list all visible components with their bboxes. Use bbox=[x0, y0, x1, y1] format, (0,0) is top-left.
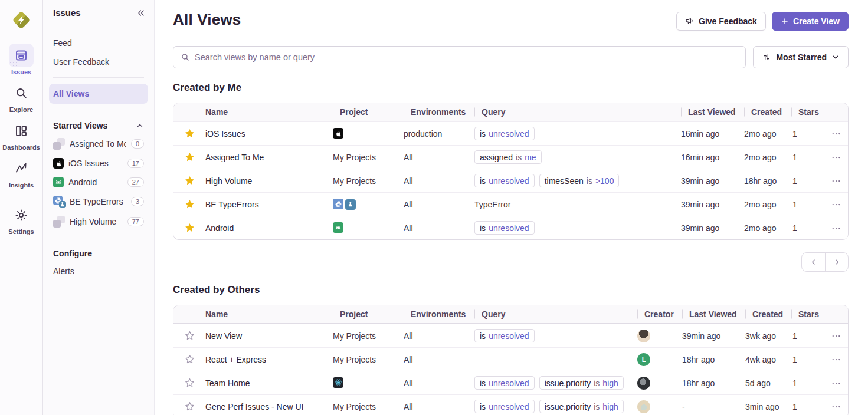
row-actions-menu[interactable] bbox=[824, 176, 848, 186]
query-cell: is unresolved bbox=[474, 127, 681, 140]
star-filled-icon[interactable] bbox=[173, 128, 205, 139]
star-filled-icon[interactable] bbox=[173, 222, 205, 233]
view-name-link[interactable]: iOS Issues bbox=[205, 129, 245, 139]
star-filled-icon[interactable] bbox=[173, 199, 205, 210]
rail-item-settings[interactable]: Settings bbox=[2, 203, 41, 235]
sidebar-item-all-views[interactable]: All Views bbox=[49, 84, 148, 104]
previous-page-button[interactable] bbox=[802, 253, 825, 271]
row-actions-menu[interactable] bbox=[824, 378, 848, 388]
starred-view-item[interactable]: Android 27 bbox=[49, 173, 148, 192]
created-cell: 18hr ago bbox=[744, 176, 791, 186]
created-by-others-title: Created by Others bbox=[173, 284, 849, 296]
collapse-sidebar-icon[interactable] bbox=[136, 8, 146, 18]
view-name-link[interactable]: New View bbox=[205, 331, 242, 341]
created-value: 2mo ago bbox=[744, 153, 776, 162]
created-cell: 2mo ago bbox=[744, 129, 791, 139]
query-token: issue.priority is high bbox=[539, 376, 624, 390]
view-name-link[interactable]: Team Home bbox=[205, 378, 250, 388]
sort-dropdown[interactable]: Most Starred bbox=[753, 46, 849, 68]
project-name: My Projects bbox=[333, 153, 376, 162]
next-page-button[interactable] bbox=[825, 253, 848, 271]
query-token: is unresolved bbox=[474, 376, 535, 390]
view-name-cell: High Volume bbox=[205, 176, 333, 186]
view-name-cell: Android bbox=[205, 223, 333, 233]
view-name-link[interactable]: BE TypeErrors bbox=[205, 200, 259, 209]
table-row: High Volume My Projects All is unresolve… bbox=[173, 169, 848, 192]
sidebar-item-alerts[interactable]: Alerts bbox=[49, 262, 148, 281]
star-outline-icon[interactable] bbox=[173, 401, 205, 412]
query-token: is unresolved bbox=[474, 127, 535, 140]
rail-item-issues[interactable]: Issues bbox=[2, 44, 41, 75]
starred-view-item[interactable]: iOS Issues 17 bbox=[49, 154, 148, 173]
issues-sidebar: Issues FeedUser Feedback All Views Starr… bbox=[43, 0, 155, 415]
creator-avatar[interactable]: L bbox=[637, 353, 650, 366]
sentry-logo[interactable] bbox=[8, 7, 34, 33]
table-row: BE TypeErrors All TypeError 39min ago 2m… bbox=[173, 192, 848, 216]
row-actions-menu[interactable] bbox=[824, 129, 848, 139]
table-header-row: NameProjectEnvironmentsQueryLast ViewedC… bbox=[173, 103, 848, 121]
starred-view-item[interactable]: High Volume 77 bbox=[49, 212, 148, 232]
starred-view-item[interactable]: Assigned To Me 0 bbox=[49, 134, 148, 154]
view-name-link[interactable]: React + Express bbox=[205, 355, 266, 364]
column-header-project: Project bbox=[333, 107, 404, 117]
column-header-stars: Stars bbox=[791, 309, 824, 319]
projects-stack-icon bbox=[53, 216, 65, 228]
view-name-cell: Gene Perf Issues - New UI bbox=[205, 402, 333, 411]
column-header-environments: Environments bbox=[404, 309, 474, 319]
star-outline-icon[interactable] bbox=[173, 354, 205, 365]
environments-cell: All bbox=[404, 402, 474, 411]
row-actions-menu[interactable] bbox=[824, 354, 848, 365]
issue-count-badge: 17 bbox=[127, 159, 144, 168]
view-name-link[interactable]: Android bbox=[205, 223, 234, 233]
project-cell: My Projects bbox=[333, 355, 404, 364]
rail-item-label: Explore bbox=[9, 106, 33, 113]
starred-view-label: Assigned To Me bbox=[70, 139, 126, 149]
starred-views-section-header[interactable]: Starred Views bbox=[49, 116, 148, 134]
creator-cell bbox=[637, 330, 682, 342]
star-outline-icon[interactable] bbox=[173, 377, 205, 388]
starred-view-item[interactable]: BE TypeErrors 3 bbox=[49, 192, 148, 212]
grid-icon bbox=[14, 124, 28, 138]
star-filled-icon[interactable] bbox=[173, 175, 205, 186]
view-name-link[interactable]: Assigned To Me bbox=[205, 153, 264, 162]
row-actions-menu[interactable] bbox=[824, 401, 848, 412]
rail-item-dashboards[interactable]: Dashboards bbox=[2, 119, 41, 151]
last-viewed-value: 39min ago bbox=[682, 331, 720, 341]
row-actions-menu[interactable] bbox=[824, 152, 848, 163]
environments-cell: All bbox=[404, 378, 474, 388]
view-name-cell: BE TypeErrors bbox=[205, 200, 333, 209]
chevron-left-icon bbox=[809, 258, 818, 266]
rail-item-insights[interactable]: Insights bbox=[2, 157, 41, 189]
query-cell: assigned is me bbox=[474, 150, 681, 164]
search-views-box[interactable] bbox=[173, 46, 746, 68]
creator-avatar[interactable] bbox=[637, 330, 650, 342]
query-token: is unresolved bbox=[474, 221, 535, 235]
created-cell: 2mo ago bbox=[744, 223, 791, 233]
chevron-up-icon bbox=[136, 121, 144, 130]
view-name-link[interactable]: Gene Perf Issues - New UI bbox=[205, 402, 304, 411]
view-name-link[interactable]: High Volume bbox=[205, 176, 252, 186]
divider bbox=[53, 77, 144, 78]
icon-rail: Issues Explore Dashboards Insights Setti… bbox=[0, 0, 43, 415]
sort-label: Most Starred bbox=[776, 52, 827, 62]
creator-avatar[interactable] bbox=[637, 377, 650, 390]
star-outline-icon[interactable] bbox=[173, 330, 205, 341]
row-actions-menu[interactable] bbox=[824, 199, 848, 210]
create-view-button[interactable]: Create View bbox=[772, 12, 849, 31]
row-actions-menu[interactable] bbox=[824, 223, 848, 233]
query-cell: is unresolvedissue.priority is high bbox=[474, 400, 637, 413]
sidebar-item-feed[interactable]: Feed bbox=[49, 34, 148, 52]
project-cell: My Projects bbox=[333, 153, 404, 162]
give-feedback-button[interactable]: Give Feedback bbox=[676, 12, 766, 31]
row-actions-menu[interactable] bbox=[824, 331, 848, 341]
query-cell: is unresolvedissue.priority is high bbox=[474, 376, 637, 390]
search-views-input[interactable] bbox=[195, 52, 738, 62]
last-viewed-value: 39min ago bbox=[681, 223, 719, 233]
created-cell: 2mo ago bbox=[744, 200, 791, 209]
sidebar-item-user-feedback[interactable]: User Feedback bbox=[49, 52, 148, 71]
creator-avatar[interactable] bbox=[637, 400, 650, 413]
rail-item-explore[interactable]: Explore bbox=[2, 81, 41, 113]
created-value: 2mo ago bbox=[744, 129, 776, 139]
project-cell bbox=[333, 222, 404, 233]
star-filled-icon[interactable] bbox=[173, 151, 205, 163]
